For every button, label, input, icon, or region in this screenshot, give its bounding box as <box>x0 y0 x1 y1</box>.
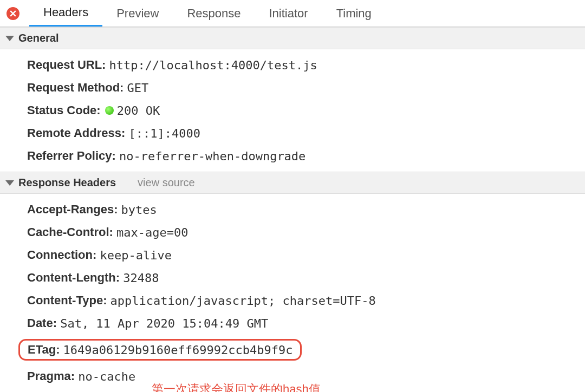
request-url-label: Request URL: <box>27 58 106 72</box>
remote-address-value: [::1]:4000 <box>128 127 200 140</box>
connection-row: Connection: keep-alive <box>27 244 585 266</box>
section-title: Response Headers <box>18 177 116 189</box>
status-code-value: 200 OK <box>117 104 160 117</box>
tab-timing[interactable]: Timing <box>322 0 386 27</box>
pragma-label: Pragma: <box>27 369 75 383</box>
accept-ranges-value: bytes <box>121 203 157 217</box>
section-response-headers[interactable]: Response Headers view source <box>0 172 585 194</box>
request-method-row: Request Method: GET <box>27 76 585 99</box>
referrer-policy-label: Referrer Policy: <box>27 149 116 163</box>
pragma-value: no-cache <box>78 370 135 383</box>
cache-control-value: max-age=00 <box>116 226 188 239</box>
referrer-policy-row: Referrer Policy: no-referrer-when-downgr… <box>27 145 585 167</box>
connection-value: keep-alive <box>100 249 171 262</box>
cache-control-row: Cache-Control: max-age=00 <box>27 221 585 244</box>
view-source-link[interactable]: view source <box>138 177 195 189</box>
tab-preview[interactable]: Preview <box>102 0 173 27</box>
accept-ranges-row: Accept-Ranges: bytes <box>27 198 585 221</box>
request-url-value: http://localhost:4000/test.js <box>109 58 317 72</box>
tab-initiator[interactable]: Initiator <box>255 0 322 27</box>
etag-annotation: 第一次请求会返回文件的hash值 <box>152 381 585 392</box>
connection-label: Connection: <box>27 248 96 262</box>
status-code-label: Status Code: <box>27 103 101 117</box>
chevron-down-icon <box>5 180 14 186</box>
content-type-row: Content-Type: application/javascript; ch… <box>27 289 585 312</box>
request-method-label: Request Method: <box>27 81 123 95</box>
date-label: Date: <box>27 316 57 330</box>
etag-highlight: ETag: 1649a06129b9160eff69992ccb4b9f9c <box>18 339 302 361</box>
etag-row: ETag: 1649a06129b9160eff69992ccb4b9f9c <box>27 335 585 365</box>
chevron-down-icon <box>5 36 14 41</box>
date-value: Sat, 11 Apr 2020 15:04:49 GMT <box>60 317 268 330</box>
status-code-row: Status Code: 200 OK <box>27 99 585 122</box>
date-row: Date: Sat, 11 Apr 2020 15:04:49 GMT <box>27 312 585 335</box>
etag-value: 1649a06129b9160eff69992ccb4b9f9c <box>63 343 293 357</box>
referrer-policy-value: no-referrer-when-downgrade <box>119 149 306 163</box>
network-panel-tabs: Headers Preview Response Initiator Timin… <box>0 0 585 27</box>
request-method-value: GET <box>127 81 149 95</box>
status-ok-icon <box>105 106 114 115</box>
section-title: General <box>18 32 58 44</box>
close-icon[interactable] <box>6 7 20 20</box>
tab-response[interactable]: Response <box>173 0 255 27</box>
general-body: Request URL: http://localhost:4000/test.… <box>0 49 585 172</box>
request-url-row: Request URL: http://localhost:4000/test.… <box>27 54 585 76</box>
content-type-label: Content-Type: <box>27 293 107 308</box>
accept-ranges-label: Accept-Ranges: <box>27 202 118 217</box>
remote-address-label: Remote Address: <box>27 126 125 140</box>
content-type-value: application/javascript; charset=UTF-8 <box>110 294 376 308</box>
content-length-value: 32488 <box>123 271 159 285</box>
section-general[interactable]: General <box>0 27 585 49</box>
etag-label: ETag: <box>28 343 60 357</box>
tab-headers[interactable]: Headers <box>29 0 102 27</box>
remote-address-row: Remote Address: [::1]:4000 <box>27 122 585 145</box>
response-headers-body: Accept-Ranges: bytes Cache-Control: max-… <box>0 194 585 392</box>
content-length-row: Content-Length: 32488 <box>27 266 585 289</box>
content-length-label: Content-Length: <box>27 271 120 285</box>
cache-control-label: Cache-Control: <box>27 225 113 239</box>
